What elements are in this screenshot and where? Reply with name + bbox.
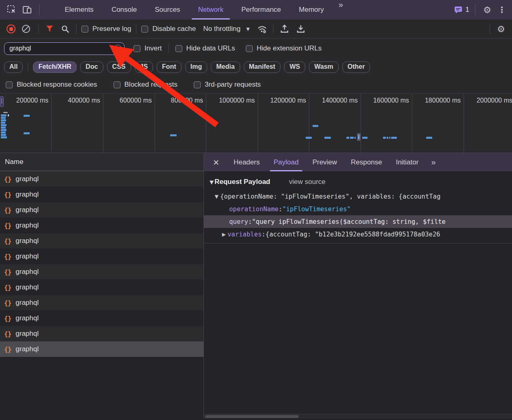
invert-checkbox-item[interactable]: Invert — [133, 44, 162, 52]
horizontal-scrollbar[interactable] — [204, 414, 512, 418]
table-row[interactable]: {}graphql — [0, 202, 203, 218]
payload-summary-row[interactable]: ▼ {operationName: "ipFlowTimeseries", va… — [204, 190, 512, 203]
clear-network-log-icon[interactable] — [22, 25, 30, 33]
settings-gear-icon[interactable]: ⚙ — [481, 4, 493, 16]
filter-input[interactable] — [4, 42, 125, 55]
chip-js[interactable]: JS — [135, 61, 153, 73]
more-tabs-icon[interactable]: » — [333, 0, 348, 20]
table-row[interactable]: {}graphql — [0, 326, 203, 341]
import-har-icon[interactable] — [278, 23, 291, 35]
network-conditions-icon[interactable] — [256, 23, 268, 35]
invert-checkbox[interactable] — [133, 45, 140, 52]
disable-cache-checkbox[interactable] — [141, 26, 148, 33]
table-row-selected[interactable]: {}graphql — [0, 341, 203, 357]
divider — [168, 44, 169, 53]
chip-img[interactable]: Img — [185, 61, 207, 73]
tab-preview[interactable]: Preview — [306, 153, 344, 171]
blocked-response-cookies-checkbox[interactable] — [6, 81, 13, 88]
network-overview-timeline[interactable]: 200000 ms 400000 ms 600000 ms 800000 ms … — [0, 94, 512, 153]
search-icon[interactable] — [59, 23, 71, 35]
tab-headers[interactable]: Headers — [227, 153, 267, 171]
third-party-requests-checkbox[interactable] — [194, 81, 201, 88]
chip-wasm[interactable]: Wasm — [309, 61, 339, 73]
table-row[interactable]: {}graphql — [0, 187, 203, 202]
filter-funnel-icon[interactable] — [44, 23, 56, 35]
preserve-log-checkbox-item[interactable]: Preserve log — [81, 25, 131, 33]
disable-cache-checkbox-item[interactable]: Disable cache — [141, 25, 196, 33]
blocked-response-cookies-item[interactable]: Blocked response cookies — [6, 81, 97, 89]
third-party-requests-item[interactable]: 3rd-party requests — [194, 81, 261, 89]
tab-sources[interactable]: Sources — [146, 0, 189, 20]
tab-elements[interactable]: Elements — [56, 0, 103, 20]
request-bar — [3, 112, 8, 113]
clear-filter-icon[interactable]: ✕ — [114, 45, 122, 52]
chip-all[interactable]: All — [4, 61, 23, 73]
hide-extension-urls-checkbox-item[interactable]: Hide extension URLs — [246, 44, 322, 52]
chip-css[interactable]: CSS — [107, 61, 131, 73]
request-bar — [383, 137, 386, 139]
request-name: graphql — [15, 299, 39, 307]
request-name: graphql — [15, 237, 39, 245]
payload-row-query-selected[interactable]: query: "query ipFlowTimeseries($accountT… — [204, 215, 512, 228]
table-row[interactable]: {}graphql — [0, 233, 203, 249]
device-toolbar-icon[interactable] — [21, 4, 33, 16]
tab-network[interactable]: Network — [189, 0, 232, 20]
more-detail-tabs-icon[interactable]: » — [425, 158, 440, 167]
table-row[interactable]: {}graphql — [0, 171, 203, 187]
timeline-tick: 1000000 ms — [206, 97, 258, 106]
timeline-tick: 1400000 ms — [309, 97, 361, 106]
chip-other[interactable]: Other — [342, 61, 370, 73]
record-network-log-button[interactable] — [7, 24, 15, 33]
expand-triangle-icon[interactable]: ▶ — [220, 232, 228, 237]
scrollbar-thumb[interactable] — [205, 415, 299, 418]
table-row[interactable]: {}graphql — [0, 264, 203, 280]
hide-extension-urls-checkbox[interactable] — [246, 45, 253, 52]
kebab-menu-icon[interactable]: ⋮ — [496, 4, 508, 16]
payload-section-title: Request Payload — [214, 178, 270, 186]
request-name: graphql — [15, 268, 39, 276]
chip-fetch-xhr[interactable]: Fetch/XHR — [33, 61, 77, 73]
chip-ws[interactable]: WS — [284, 61, 305, 73]
chip-doc[interactable]: Doc — [80, 61, 103, 73]
network-settings-gear-icon[interactable]: ⚙ — [495, 23, 507, 35]
table-row[interactable]: {}graphql — [0, 249, 203, 264]
export-har-icon[interactable] — [295, 23, 307, 35]
chip-manifest[interactable]: Manifest — [244, 61, 281, 73]
table-row[interactable]: {}graphql — [0, 218, 203, 233]
tab-response[interactable]: Response — [344, 153, 389, 171]
tab-initiator[interactable]: Initiator — [389, 153, 426, 171]
tab-performance[interactable]: Performance — [232, 0, 290, 20]
invert-label: Invert — [144, 44, 162, 52]
table-row[interactable]: {}graphql — [0, 311, 203, 326]
payload-row-variables[interactable]: ▶ variables: {accountTag: "b12e3b2192ee5… — [204, 228, 512, 241]
inspect-element-icon[interactable] — [6, 4, 18, 16]
blocked-requests-item[interactable]: Blocked requests — [114, 81, 177, 89]
request-bar — [1, 134, 6, 136]
collapse-triangle-icon[interactable]: ▼ — [210, 179, 214, 185]
tab-payload[interactable]: Payload — [267, 153, 305, 171]
table-row[interactable]: {}graphql — [0, 280, 203, 295]
divider — [490, 24, 490, 34]
divider — [273, 24, 274, 34]
payload-row-operationname[interactable]: operationName: "ipFlowTimeseries" — [204, 203, 512, 215]
issues-counter[interactable]: 1 — [454, 6, 469, 14]
json-key: operationName — [229, 206, 278, 213]
json-string-value: "ipFlowTimeseries" — [282, 206, 351, 213]
name-column-header[interactable]: Name — [0, 153, 203, 171]
hide-data-urls-checkbox-item[interactable]: Hide data URLs — [175, 44, 235, 52]
chip-font[interactable]: Font — [157, 61, 182, 73]
view-source-link[interactable]: view source — [289, 178, 326, 186]
blocked-requests-checkbox[interactable] — [114, 81, 120, 88]
tab-console[interactable]: Console — [103, 0, 146, 20]
throttling-dropdown[interactable]: No throttling ▼ — [203, 25, 249, 33]
collapse-triangle-icon[interactable]: ▼ — [213, 194, 220, 199]
close-icon[interactable]: ✕ — [210, 157, 222, 168]
request-name: graphql — [15, 283, 39, 291]
chip-media[interactable]: Media — [211, 61, 240, 73]
table-row[interactable]: {}graphql — [0, 295, 203, 311]
panel-tabs: Elements Console Sources Network Perform… — [56, 0, 348, 20]
hide-data-urls-checkbox[interactable] — [175, 45, 182, 52]
request-bar — [313, 125, 318, 127]
tab-memory[interactable]: Memory — [290, 0, 333, 20]
preserve-log-checkbox[interactable] — [81, 26, 88, 33]
